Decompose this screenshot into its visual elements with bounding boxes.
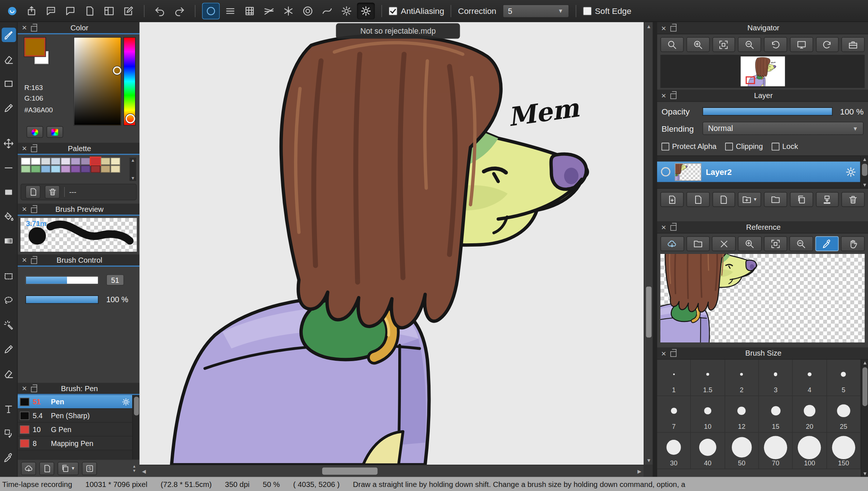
brush-size-cell[interactable]: 30 bbox=[657, 432, 691, 469]
palette-swatch[interactable] bbox=[61, 165, 70, 173]
duplicate-brush-button[interactable]: ▼ bbox=[57, 462, 78, 475]
palette-swatch[interactable] bbox=[81, 158, 90, 165]
snap-vanishing-point-button[interactable] bbox=[260, 3, 278, 19]
canvas[interactable] bbox=[139, 22, 644, 465]
brush-size-value[interactable]: 51 bbox=[106, 274, 124, 285]
snap-off-button[interactable] bbox=[202, 3, 220, 19]
brush-size-cell[interactable]: 5 bbox=[827, 360, 861, 396]
popout-icon[interactable] bbox=[31, 26, 37, 31]
color-wheel-button[interactable] bbox=[27, 126, 43, 138]
brush-size-cell[interactable]: 3 bbox=[759, 360, 793, 396]
close-icon[interactable]: × bbox=[660, 24, 667, 32]
blending-select[interactable]: Normal ▼ bbox=[703, 122, 864, 135]
palette-swatch[interactable] bbox=[31, 158, 41, 165]
line-tool[interactable] bbox=[1, 161, 16, 175]
scrollbar-thumb[interactable] bbox=[862, 164, 867, 176]
eyedropper-tool[interactable] bbox=[1, 450, 16, 465]
scrollbar-thumb[interactable] bbox=[646, 286, 652, 337]
undo-button[interactable] bbox=[151, 3, 169, 19]
sv-cursor[interactable] bbox=[113, 66, 121, 75]
zoom-tool-button[interactable] bbox=[660, 37, 683, 52]
add-folder-button[interactable]: ▼ bbox=[738, 192, 761, 207]
clipping-checkbox[interactable] bbox=[725, 142, 733, 150]
snap-radial-button[interactable] bbox=[280, 3, 297, 19]
antialiasing-checkbox[interactable] bbox=[388, 6, 397, 15]
palette-swatch[interactable] bbox=[61, 158, 70, 165]
rectangle-tool[interactable] bbox=[1, 76, 16, 91]
scrollbar-thumb[interactable] bbox=[863, 367, 868, 406]
brush-size-cell[interactable]: 1 bbox=[657, 360, 691, 396]
scroll-up-icon[interactable]: ▲ bbox=[131, 158, 135, 163]
select-eraser-tool[interactable] bbox=[1, 366, 16, 381]
clear-reference-button[interactable] bbox=[712, 236, 735, 251]
antialiasing-checkbox-group[interactable]: AntiAliasing bbox=[388, 6, 444, 16]
add-brush-button[interactable] bbox=[39, 462, 54, 475]
palette-swatch[interactable] bbox=[21, 165, 30, 173]
hue-bar[interactable] bbox=[124, 38, 135, 125]
scrollbar-thumb[interactable] bbox=[134, 397, 139, 415]
brush-list-item[interactable]: 51Pen bbox=[18, 395, 132, 409]
brush-size-cell[interactable]: 40 bbox=[691, 432, 725, 469]
close-icon[interactable]: × bbox=[21, 145, 27, 152]
brush-size-cell[interactable]: 100 bbox=[793, 432, 827, 469]
canvas-vertical-scrollbar[interactable]: ▲ ▼ bbox=[644, 22, 653, 465]
compose-button[interactable] bbox=[120, 3, 137, 19]
fit-button[interactable] bbox=[764, 236, 787, 251]
clipping-checkbox-group[interactable]: Clipping bbox=[725, 142, 763, 151]
palette-swatch[interactable] bbox=[111, 158, 120, 165]
palette-swatch[interactable] bbox=[21, 158, 30, 165]
brush-size-cell[interactable]: 50 bbox=[725, 432, 759, 469]
brush-size-cell[interactable]: 1.5 bbox=[691, 360, 725, 396]
lock-checkbox[interactable] bbox=[772, 142, 779, 150]
settings-button[interactable] bbox=[357, 3, 375, 19]
close-icon[interactable]: × bbox=[660, 349, 667, 357]
snap-grid-button[interactable] bbox=[241, 3, 258, 19]
popout-icon[interactable] bbox=[670, 351, 677, 357]
hand-button[interactable] bbox=[841, 236, 864, 251]
fit-screen-button[interactable] bbox=[712, 37, 735, 52]
layer-item[interactable]: Layer2 bbox=[657, 162, 860, 182]
navigator-preview[interactable] bbox=[660, 55, 865, 88]
brush-script-button[interactable] bbox=[82, 462, 97, 475]
brush-settings-gear-icon[interactable] bbox=[122, 397, 130, 406]
zoom-out-button[interactable] bbox=[738, 37, 761, 52]
saturation-value-box[interactable] bbox=[74, 38, 121, 125]
text-tool[interactable] bbox=[1, 402, 16, 416]
color-picker-mode-button[interactable] bbox=[46, 126, 63, 138]
lock-checkbox-group[interactable]: Lock bbox=[772, 142, 798, 151]
soft-edge-checkbox[interactable] bbox=[583, 6, 592, 15]
bucket-tool[interactable] bbox=[1, 209, 16, 224]
palette-swatch[interactable] bbox=[51, 158, 60, 165]
brush-list-item[interactable]: 10G Pen bbox=[18, 423, 132, 436]
close-icon[interactable]: × bbox=[660, 91, 667, 99]
popout-icon[interactable] bbox=[670, 225, 677, 230]
duplicate-layer-button[interactable] bbox=[790, 192, 813, 207]
protect-alpha-checkbox[interactable] bbox=[662, 142, 669, 150]
palette-scrollbar[interactable]: ▲▼ bbox=[130, 158, 136, 181]
document-tab[interactable]: Not so rejectable.mdp bbox=[336, 23, 460, 39]
document-button[interactable] bbox=[81, 3, 98, 19]
add-1bit-layer-button[interactable] bbox=[712, 192, 735, 207]
close-icon[interactable]: × bbox=[660, 223, 667, 231]
popout-icon[interactable] bbox=[31, 207, 37, 213]
folder-button[interactable] bbox=[764, 192, 787, 207]
add-color-button[interactable] bbox=[26, 185, 41, 199]
brush-list-scrollbar[interactable] bbox=[132, 395, 139, 459]
gradient-tool[interactable] bbox=[1, 233, 16, 248]
brush-size-scrollbar[interactable]: ▲ ▼ bbox=[861, 360, 868, 477]
palette-swatch[interactable] bbox=[91, 158, 100, 165]
rotate-left-button[interactable] bbox=[764, 37, 787, 52]
brush-tool[interactable] bbox=[1, 28, 16, 42]
canvas-horizontal-scrollbar[interactable]: ◀ ▶ bbox=[139, 465, 644, 477]
snap-curve-button[interactable] bbox=[318, 3, 336, 19]
brush-size-slider[interactable] bbox=[26, 276, 99, 285]
palette-swatch[interactable] bbox=[81, 165, 90, 173]
palette-swatch[interactable] bbox=[101, 165, 110, 173]
popout-icon[interactable] bbox=[31, 386, 37, 392]
load-cloud-button[interactable] bbox=[660, 236, 684, 251]
rect-select-tool[interactable] bbox=[1, 269, 16, 283]
brush-size-cell[interactable]: 12 bbox=[725, 396, 759, 433]
scroll-left-icon[interactable]: ◀ bbox=[139, 465, 148, 477]
brush-size-cell[interactable]: 15 bbox=[759, 396, 793, 433]
birdseye-button[interactable] bbox=[842, 37, 865, 52]
